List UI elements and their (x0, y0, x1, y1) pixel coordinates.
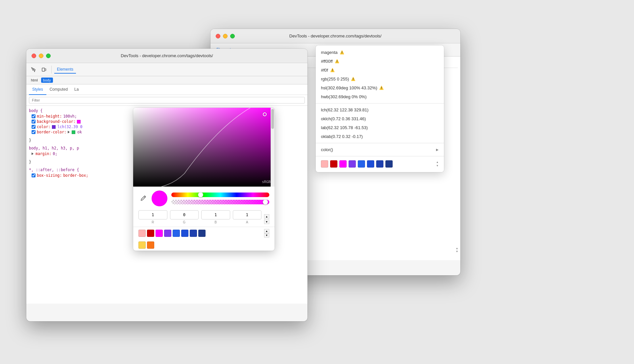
box-sizing-name: box-sizing: (37, 173, 62, 178)
dropdown-hwb-label: hwb(302.69deg 0% 0%) (321, 94, 367, 99)
gradient-scrollbar-thumb[interactable] (271, 109, 274, 129)
color-checkbox[interactable] (32, 125, 36, 129)
dropdown-ff00ff[interactable]: #ff00ff ⚠️ (316, 57, 444, 66)
color-inputs-row: R G B A ▲ ▼ (133, 210, 275, 227)
front-devtools-window: DevTools - developer.chrome.com/tags/dev… (26, 49, 307, 321)
dropdown-magenta[interactable]: magenta ⚠️ (316, 48, 444, 57)
swatch-yellow[interactable] (138, 241, 146, 249)
dropdown-f0f[interactable]: #f0f ⚠️ (316, 66, 444, 75)
filter-input[interactable] (29, 97, 305, 103)
margin-name: margin: (36, 151, 51, 156)
dropdown-swatch-4[interactable] (349, 160, 356, 168)
device-toolbar-button[interactable] (39, 65, 49, 74)
color-picker-controls (133, 187, 275, 210)
bg-color-name: background-color: (37, 119, 76, 124)
dropdown-swatch-2[interactable] (330, 160, 337, 168)
hue-slider-thumb[interactable] (198, 192, 203, 197)
dropdown-divider (316, 103, 444, 103)
bg-color-checkbox[interactable] (32, 120, 36, 124)
color-swatches-row-2 (133, 239, 275, 251)
color-picker-popup: sRGB (133, 108, 275, 251)
alpha-slider[interactable] (171, 200, 269, 204)
swatch-orange[interactable] (147, 241, 154, 249)
dropdown-rgb[interactable]: rgb(255 0 255) ⚠️ (316, 75, 444, 83)
dropdown-swatch-1[interactable] (321, 160, 328, 168)
color-gradient-area[interactable]: sRGB (133, 108, 275, 187)
eyedropper-button[interactable] (138, 194, 148, 203)
r-channel-input[interactable] (138, 210, 167, 219)
dropdown-hsl[interactable]: hsl(302.69deg 100% 43.32%) ⚠️ (316, 83, 444, 92)
border-color-checkbox[interactable] (32, 130, 36, 134)
back-minimize-button[interactable] (223, 34, 228, 38)
swatch-spinner-up[interactable]: ▲ (264, 229, 269, 233)
tab-styles[interactable]: Styles (29, 84, 46, 95)
swatch-purple[interactable] (164, 230, 171, 237)
inspect-element-button[interactable] (29, 65, 38, 74)
a-channel-input[interactable] (233, 210, 262, 219)
dropdown-oklch[interactable]: oklch(0.72 0.36 331.46) (316, 114, 444, 123)
dropdown-lab[interactable]: lab(62.32 105.78 -61.53) (316, 123, 444, 132)
b-channel-input[interactable] (201, 210, 230, 219)
g-channel-input[interactable] (170, 210, 199, 219)
dropdown-lch[interactable]: lch(62.32 122.38 329.81) (316, 105, 444, 114)
g-channel-group: G (170, 210, 199, 224)
dropdown-color-fn[interactable]: color() ▶ (316, 145, 444, 154)
gamut-line-svg (133, 108, 275, 187)
swatch-red[interactable] (147, 230, 154, 237)
color-swatch[interactable] (52, 125, 56, 129)
min-height-name: min-height: (37, 114, 62, 119)
swatch-blue2[interactable] (181, 230, 188, 237)
front-maximize-button[interactable] (46, 54, 51, 58)
b-channel-label: B (214, 220, 217, 224)
bg-color-swatch[interactable] (77, 120, 81, 124)
channel-spinner[interactable]: ▲ ▼ (264, 214, 269, 224)
dropdown-f0f-label: #f0f (321, 68, 328, 73)
swatch-pink[interactable] (138, 230, 146, 237)
min-height-checkbox[interactable] (32, 114, 36, 118)
dropdown-arrow-icon: ▶ (436, 148, 439, 151)
dropdown-swatch-7[interactable] (376, 160, 383, 168)
swatch-magenta[interactable] (156, 230, 163, 237)
g-channel-label: G (183, 220, 185, 224)
tab-la[interactable]: La (71, 84, 82, 95)
spinner-up-button[interactable]: ▲ (264, 214, 269, 219)
dropdown-swatch-spinner[interactable]: ▲ ▼ (436, 161, 439, 167)
device-icon (41, 67, 47, 72)
margin-value: 0; (53, 151, 57, 156)
svg-point-2 (144, 196, 145, 197)
dropdown-swatch-6[interactable] (367, 160, 374, 168)
dropdown-oklch-label: oklch(0.72 0.36 331.46) (321, 116, 366, 121)
swatch-blue4[interactable] (198, 230, 206, 237)
dropdown-swatch-3[interactable] (339, 160, 347, 168)
front-close-button[interactable] (32, 54, 36, 58)
back-close-button[interactable] (216, 34, 220, 38)
dropdown-swatch-5[interactable] (358, 160, 365, 168)
color-value: lch(32.39 0 (58, 125, 83, 129)
dropdown-swatch-8[interactable] (385, 160, 393, 168)
front-breadcrumb: html body (26, 76, 307, 84)
tab-computed[interactable]: Computed (46, 84, 71, 95)
swatch-spinner[interactable]: ▲ ▼ (264, 229, 269, 238)
box-sizing-checkbox[interactable] (32, 173, 36, 177)
spinner-down-button[interactable]: ▼ (264, 219, 269, 224)
alpha-slider-thumb[interactable] (263, 199, 268, 205)
border-color-swatch[interactable] (72, 130, 75, 134)
elements-tab[interactable]: Elements (54, 66, 76, 74)
swatch-blue3[interactable] (190, 230, 197, 237)
back-maximize-button[interactable] (230, 34, 235, 38)
hue-slider[interactable] (171, 193, 269, 197)
dropdown-color-fn-label: color() (321, 147, 333, 152)
gradient-scrollbar[interactable] (271, 108, 275, 187)
front-minimize-button[interactable] (39, 54, 43, 58)
b-channel-group: B (201, 210, 230, 224)
swatch-blue1[interactable] (173, 230, 180, 237)
swatch-spinner-down[interactable]: ▼ (264, 233, 269, 238)
breadcrumb-html[interactable]: html (29, 78, 40, 83)
dropdown-oklab-label: oklab(0.72 0.32 -0.17) (321, 134, 363, 139)
breadcrumb-body[interactable]: body (41, 78, 53, 83)
inspect-icon (31, 67, 36, 72)
dropdown-hwb[interactable]: hwb(302.69deg 0% 0%) (316, 92, 444, 101)
back-swatch-spinner[interactable]: ▲ ▼ (456, 247, 458, 253)
front-titlebar: DevTools - developer.chrome.com/tags/dev… (26, 49, 307, 63)
dropdown-oklab[interactable]: oklab(0.72 0.32 -0.17) (316, 132, 444, 141)
